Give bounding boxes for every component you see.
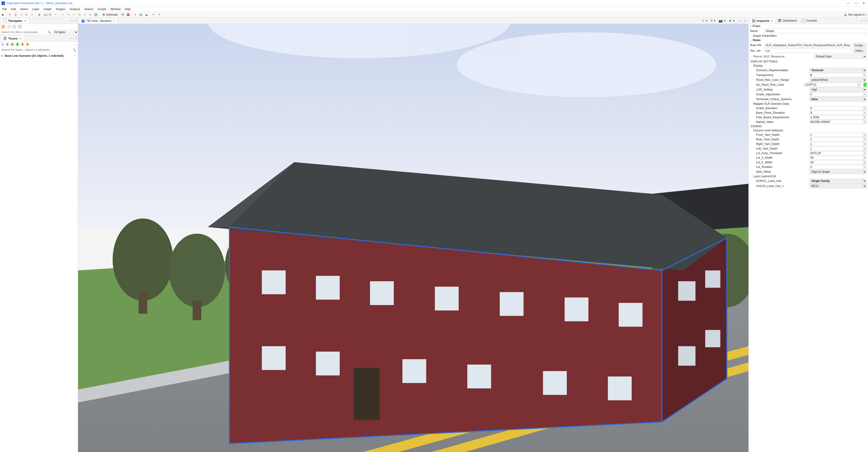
minimize-view-icon[interactable]: — — [70, 36, 73, 40]
edge-icon[interactable]: ⎔ — [66, 12, 70, 17]
tab-navigator[interactable]: *Navigator ✕ — [1, 18, 29, 23]
terrain-icon[interactable]: ⛰ — [144, 12, 149, 17]
frame-icon[interactable]: ▭ — [19, 12, 23, 17]
tab-scene[interactable]: *Scene ✕ — [1, 36, 24, 41]
breadcrumb[interactable]: ◂ Shape — [749, 24, 868, 28]
prop-select[interactable]: High — [809, 87, 867, 92]
isolate-icon[interactable]: ⎘ — [711, 19, 712, 23]
maximize-icon[interactable]: □ — [855, 1, 857, 5]
expand-icon[interactable]: ▸ — [1, 54, 3, 57]
scene-chip-1[interactable]: 1 — [5, 43, 9, 46]
chevron-down-icon[interactable]: ▾ — [863, 115, 867, 119]
close-icon[interactable]: ✕ — [24, 20, 26, 23]
chevron-down-icon[interactable]: ▾ — [863, 165, 867, 169]
signin-dropdown-icon[interactable] — [866, 13, 867, 16]
redo-icon[interactable]: ↷ — [157, 12, 161, 17]
chevron-down-icon[interactable]: ▾ — [858, 83, 861, 87]
prop-input[interactable] — [809, 156, 863, 160]
color-swatch[interactable] — [863, 83, 867, 87]
rules-header[interactable]: ⌄ Rules — [749, 38, 868, 43]
chevron-down-icon[interactable]: ▾ — [733, 19, 735, 23]
chevron-down-icon[interactable]: ▾ — [724, 19, 725, 23]
prop-input[interactable] — [804, 83, 858, 87]
prop-input[interactable] — [809, 137, 863, 141]
tab-dashboard[interactable]: Dashboard — [776, 18, 799, 23]
generate-button[interactable]: ⚙ Generate — [101, 13, 119, 16]
prop-select[interactable]: Align to Shape — [809, 169, 867, 174]
close-icon[interactable]: ✕ — [771, 20, 773, 23]
tab-3d-view[interactable]: *3D View - Baseline ✕ — [79, 18, 117, 23]
chevron-down-icon[interactable]: ▾ — [714, 19, 715, 23]
options-icon[interactable]: ⋯ — [73, 43, 76, 46]
scene-chip-2[interactable]: 2 — [10, 43, 14, 46]
scale-icon[interactable]: ⤢ — [30, 12, 34, 17]
prop-input[interactable] — [809, 133, 863, 137]
prop-input[interactable] — [809, 120, 863, 124]
minimize-view-icon[interactable]: — — [738, 19, 741, 23]
minimize-view-icon[interactable]: — — [70, 19, 73, 22]
shape-parameters-header[interactable]: ⌄ Shape Parameters — [749, 34, 868, 38]
chevron-down-icon[interactable]: ▾ — [863, 120, 867, 124]
layers-icon[interactable]: ☰ — [1, 43, 4, 46]
prop-input[interactable] — [809, 146, 863, 151]
close-icon[interactable]: ✕ — [862, 1, 865, 5]
minimize-icon[interactable]: — — [847, 1, 850, 5]
pointer-icon[interactable]: ↸ — [8, 12, 12, 17]
globe-icon[interactable] — [7, 25, 10, 28]
select-button[interactable]: Select... — [854, 49, 867, 53]
menu-help[interactable]: Help — [123, 7, 133, 11]
vertex-icon[interactable]: • — [72, 12, 76, 17]
tab-console[interactable]: Console — [799, 18, 819, 23]
menu-window[interactable]: Window — [108, 7, 122, 11]
prop-input[interactable] — [809, 115, 863, 119]
rotate-icon[interactable]: ⟳ — [25, 12, 29, 17]
start-rule-input[interactable] — [765, 49, 852, 53]
search-icon[interactable]: 🔍 — [46, 31, 53, 34]
chevron-down-icon[interactable]: ▾ — [863, 146, 867, 151]
bookmark-icon[interactable]: ★ — [729, 19, 732, 23]
chevron-down-icon[interactable]: ▾ — [863, 151, 867, 155]
cut-icon[interactable]: ✂ — [88, 12, 92, 17]
navigator-search-input[interactable] — [0, 30, 46, 35]
chevron-down-icon[interactable]: ▾ — [863, 92, 867, 96]
navigator-type-filter[interactable]: All types — [53, 30, 78, 34]
chevron-down-icon[interactable]: ▾ — [863, 156, 867, 160]
prop-input[interactable] — [809, 165, 863, 169]
chevron-down-icon[interactable]: ▾ — [863, 106, 867, 110]
chevron-down-icon[interactable]: ▾ — [863, 111, 867, 115]
menu-shapes[interactable]: Shapes — [54, 7, 67, 11]
menu-graph[interactable]: Graph — [42, 7, 54, 11]
chevron-down-icon[interactable]: ▾ — [863, 133, 867, 137]
folder-icon[interactable] — [1, 25, 5, 28]
chevron-down-icon[interactable]: ▾ — [706, 19, 707, 23]
link-icon[interactable] — [12, 25, 16, 28]
share-icon[interactable]: ⇪ — [702, 19, 704, 23]
stop-icon[interactable]: ⛔ — [126, 12, 130, 17]
name-input[interactable] — [765, 29, 867, 33]
prop-select[interactable]: yellowToRed — [809, 78, 867, 82]
menu-edit[interactable]: Edit — [9, 7, 18, 11]
align-icon[interactable]: ≡ — [133, 12, 137, 17]
play-icon[interactable]: ▶ — [1, 12, 5, 17]
scene-node[interactable]: ▸ Base Line Scenario [41 objects, 1 sele… — [1, 54, 76, 58]
prop-input[interactable] — [809, 73, 863, 77]
chevron-down-icon[interactable]: ▾ — [863, 160, 867, 165]
scene-search-input[interactable] — [0, 47, 71, 52]
ruler-icon[interactable]: 📏 — [77, 12, 82, 17]
snap-icon[interactable]: ⌖ — [61, 12, 65, 17]
prop-input[interactable] — [809, 142, 863, 146]
maximize-view-icon[interactable]: □ — [744, 19, 746, 23]
tab-inspector[interactable]: Inspector ✕ — [750, 18, 776, 23]
cloud-icon[interactable] — [18, 25, 22, 28]
refresh-icon[interactable]: 🗘 — [121, 12, 125, 17]
3d-viewport[interactable] — [78, 24, 748, 452]
close-icon[interactable]: ✕ — [113, 20, 115, 23]
extrude-icon[interactable]: ⇪ — [83, 12, 87, 17]
level-icon[interactable]: ▤ — [139, 12, 143, 17]
prop-select[interactable]: RES1 — [809, 184, 867, 188]
close-icon[interactable]: ✕ — [20, 37, 22, 40]
chevron-down-icon[interactable]: ▾ — [863, 142, 867, 146]
prop-input[interactable] — [809, 160, 863, 165]
prop-input[interactable] — [809, 151, 863, 155]
signin-status[interactable]: Not signed in — [848, 13, 865, 16]
